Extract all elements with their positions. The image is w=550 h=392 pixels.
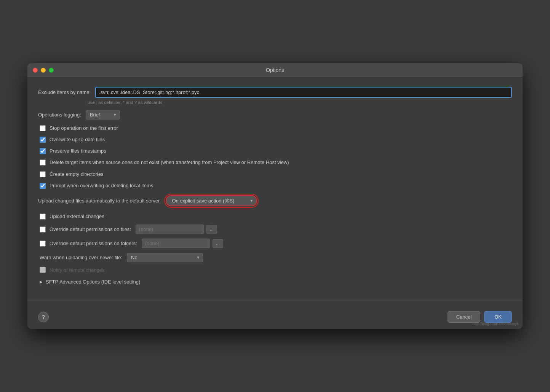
upload-changed-label: Upload changed files automatically to th… [38, 198, 160, 204]
override-folders-browse-button[interactable]: ... [213, 239, 223, 248]
override-folders-checkbox[interactable] [40, 241, 46, 247]
button-bar: ? Cancel OK [27, 306, 523, 329]
exclude-row: Exclude items by name: [38, 87, 512, 98]
override-folders-label: Override default permissions on folders: [50, 241, 137, 246]
close-button[interactable] [33, 68, 38, 73]
delete-label: Delete target items when source ones do … [50, 159, 289, 166]
notify-checkbox[interactable] [40, 267, 46, 273]
warn-select-wrapper: No Yes Ask ▼ [127, 253, 203, 262]
checkbox-overwrite: Overwrite up-to-date files [38, 136, 512, 143]
permissions-files-row: Override default permissions on files: .… [38, 225, 512, 234]
traffic-lights [33, 68, 54, 73]
empty-dirs-checkbox[interactable] [40, 171, 46, 177]
watermark: http://blog.csdn.net/fationyk [472, 322, 519, 326]
warn-row: Warn when uploading over newer file: No … [38, 253, 512, 262]
checkbox-empty-dirs: Create empty directories [38, 171, 512, 178]
ok-button[interactable]: OK [484, 311, 512, 323]
checkbox-delete: Delete target items when source ones do … [38, 159, 512, 166]
upload-changed-row: Upload changed files automatically to th… [38, 194, 512, 208]
override-files-browse-button[interactable]: ... [206, 225, 217, 234]
notify-label: Notify of remote changes [50, 267, 105, 273]
upload-external-label: Upload external changes [50, 213, 104, 220]
logging-row: Operations logging: Brief Verbose None ▼ [38, 110, 512, 120]
minimize-button[interactable] [41, 68, 46, 73]
notify-row: Notify of remote changes [38, 267, 512, 273]
logging-select-wrapper: Brief Verbose None ▼ [86, 110, 120, 120]
options-dialog: Options Exclude items by name: use ; as … [27, 63, 523, 329]
stop-error-checkbox[interactable] [40, 125, 46, 131]
upload-select-oval: On explicit save action (⌘S) Always Neve… [164, 194, 259, 208]
help-button[interactable]: ? [38, 312, 49, 322]
logging-select[interactable]: Brief Verbose None [86, 110, 120, 120]
sftp-row[interactable]: ▶ SFTP Advanced Options (IDE level setti… [38, 279, 512, 285]
exclude-hint: use ; as delimiter, * and ? as wildcards [88, 100, 512, 105]
exclude-input[interactable] [95, 87, 512, 98]
empty-dirs-label: Create empty directories [50, 171, 104, 178]
titlebar: Options [27, 63, 523, 78]
upload-changed-select[interactable]: On explicit save action (⌘S) Always Neve… [166, 195, 257, 206]
upload-select-wrapper: On explicit save action (⌘S) Always Neve… [166, 195, 257, 206]
cancel-button[interactable]: Cancel [448, 311, 480, 323]
prompt-label: Prompt when overwriting or deleting loca… [50, 182, 153, 189]
override-folders-input[interactable] [142, 239, 210, 248]
checkbox-upload-external: Upload external changes [38, 213, 512, 220]
stop-error-label: Stop operation on the first error [50, 125, 118, 132]
divider [27, 300, 523, 300]
sftp-label: SFTP Advanced Options (IDE level setting… [46, 279, 140, 285]
dialog-content: Exclude items by name: use ; as delimite… [27, 78, 523, 297]
preserve-checkbox[interactable] [40, 148, 46, 154]
warn-label: Warn when uploading over newer file: [40, 255, 122, 260]
prompt-checkbox[interactable] [40, 183, 46, 189]
exclude-label: Exclude items by name: [38, 89, 91, 95]
upload-external-checkbox[interactable] [40, 214, 46, 220]
permissions-folders-row: Override default permissions on folders:… [38, 239, 512, 248]
checkbox-preserve: Preserve files timestamps [38, 148, 512, 155]
dialog-title: Options [266, 67, 284, 73]
override-files-label: Override default permissions on files: [50, 226, 131, 232]
preserve-label: Preserve files timestamps [50, 148, 106, 155]
delete-checkbox[interactable] [40, 159, 46, 166]
checkbox-stop-error: Stop operation on the first error [38, 125, 512, 132]
overwrite-checkbox[interactable] [40, 137, 46, 143]
warn-select[interactable]: No Yes Ask [127, 253, 203, 262]
sftp-arrow-icon: ▶ [40, 280, 43, 284]
logging-label: Operations logging: [38, 112, 81, 118]
override-files-checkbox[interactable] [40, 226, 46, 233]
override-files-input[interactable] [136, 225, 204, 234]
maximize-button[interactable] [49, 68, 54, 73]
checkbox-prompt: Prompt when overwriting or deleting loca… [38, 182, 512, 189]
overwrite-label: Overwrite up-to-date files [50, 136, 105, 143]
